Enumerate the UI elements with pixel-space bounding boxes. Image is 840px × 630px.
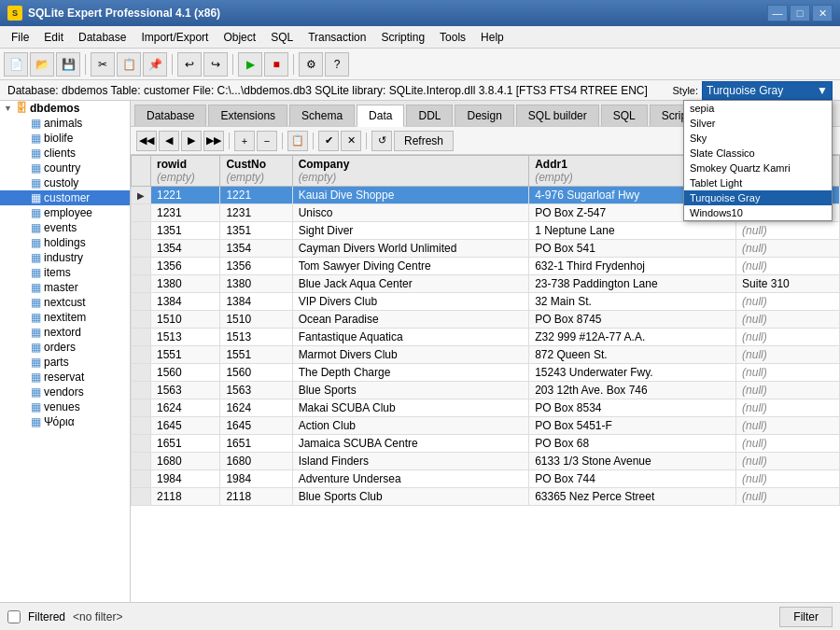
tb-stop-btn[interactable]: ■ xyxy=(264,52,288,77)
cell-rowid[interactable]: 1510 xyxy=(151,311,220,329)
tb-new-btn[interactable]: 📄 xyxy=(4,52,28,77)
cell-custno[interactable]: 1645 xyxy=(220,417,292,435)
cell-addr2[interactable]: (null) xyxy=(736,329,840,346)
cell-addr2[interactable]: (null) xyxy=(736,453,840,470)
cell-addr1[interactable]: 63365 Nez Perce Street xyxy=(529,488,736,506)
cell-company[interactable]: Blue Sports Club xyxy=(292,488,529,506)
cell-rowid[interactable]: 1231 xyxy=(151,204,220,222)
tab-sql-builder[interactable]: SQL builder xyxy=(516,105,599,126)
table-row[interactable]: 13541354Cayman Divers World UnlimitedPO … xyxy=(132,240,840,258)
cell-rowid[interactable]: 1984 xyxy=(151,470,220,488)
table-row[interactable]: 13561356Tom Sawyer Diving Centre632-1 Th… xyxy=(132,258,840,275)
style-option-slate[interactable]: Slate Classico xyxy=(684,146,832,161)
style-option-sepia[interactable]: sepia xyxy=(684,101,832,116)
menu-tools[interactable]: Tools xyxy=(432,29,473,46)
tb-open-btn[interactable]: 📂 xyxy=(30,52,54,77)
cell-custno[interactable]: 2118 xyxy=(220,488,292,506)
tb-cut-btn[interactable]: ✂ xyxy=(91,52,115,77)
cell-rowid[interactable]: 1351 xyxy=(151,222,220,240)
minimize-button[interactable]: — xyxy=(767,5,788,21)
cell-company[interactable]: Tom Sawyer Diving Centre xyxy=(292,258,529,275)
sidebar-item-reservat[interactable]: ▦ reservat xyxy=(0,370,130,385)
tab-database[interactable]: Database xyxy=(134,105,206,126)
add-row-button[interactable]: + xyxy=(234,131,255,151)
cell-custno[interactable]: 1351 xyxy=(220,222,292,240)
cell-addr2[interactable]: (null) xyxy=(736,293,840,311)
copy-button[interactable]: 📋 xyxy=(287,131,308,151)
cell-addr1[interactable]: PO Box 8534 xyxy=(529,399,736,417)
tb-settings-btn[interactable]: ⚙ xyxy=(299,52,323,77)
nav-first-button[interactable]: ◀◀ xyxy=(136,131,157,151)
table-row[interactable]: 16511651Jamaica SCUBA CentrePO Box 68(nu… xyxy=(132,435,840,453)
tab-data[interactable]: Data xyxy=(357,105,404,127)
cell-rowid[interactable]: 1563 xyxy=(151,382,220,399)
sidebar-item-industry[interactable]: ▦ industry xyxy=(0,250,130,265)
table-row[interactable]: 13841384VIP Divers Club32 Main St.(null) xyxy=(132,293,840,311)
nav-last-button[interactable]: ▶▶ xyxy=(203,131,224,151)
cell-rowid[interactable]: 1384 xyxy=(151,293,220,311)
tab-design[interactable]: Design xyxy=(455,105,513,126)
cell-addr2[interactable]: (null) xyxy=(736,399,840,417)
cell-custno[interactable]: 1624 xyxy=(220,399,292,417)
cell-custno[interactable]: 1221 xyxy=(220,187,292,204)
maximize-button[interactable]: □ xyxy=(790,5,810,21)
cell-addr2[interactable]: (null) xyxy=(736,470,840,488)
cancel-button[interactable]: ✕ xyxy=(341,131,361,151)
menu-transaction[interactable]: Transaction xyxy=(301,29,373,46)
cell-rowid[interactable]: 1651 xyxy=(151,435,220,453)
cell-company[interactable]: Fantastique Aquatica xyxy=(292,329,529,346)
cell-addr1[interactable]: Z32 999 #12A-77 A.A. xyxy=(529,329,736,346)
cell-addr2[interactable]: Suite 310 xyxy=(736,275,840,293)
cell-custno[interactable]: 1984 xyxy=(220,470,292,488)
table-row[interactable]: 13801380Blue Jack Aqua Center23-738 Padd… xyxy=(132,275,840,293)
table-row[interactable]: 15511551Marmot Divers Club872 Queen St.(… xyxy=(132,346,840,364)
table-row[interactable]: 16241624Makai SCUBA ClubPO Box 8534(null… xyxy=(132,399,840,417)
table-row[interactable]: 16451645Action ClubPO Box 5451-F(null) xyxy=(132,417,840,435)
sidebar-item-employee[interactable]: ▦ employee xyxy=(0,205,130,220)
cell-addr1[interactable]: 23-738 Paddington Lane xyxy=(529,275,736,293)
style-option-smokey[interactable]: Smokey Quartz Kamri xyxy=(684,161,832,175)
sidebar-item-nextord[interactable]: ▦ nextord xyxy=(0,325,130,340)
cell-addr1[interactable]: 6133 1/3 Stone Avenue xyxy=(529,453,736,470)
table-row[interactable]: 16801680Island Finders6133 1/3 Stone Ave… xyxy=(132,453,840,470)
cell-custno[interactable]: 1513 xyxy=(220,329,292,346)
table-row[interactable]: 15601560The Depth Charge15243 Underwater… xyxy=(132,364,840,382)
table-row[interactable]: 21182118Blue Sports Club63365 Nez Perce … xyxy=(132,488,840,506)
cell-addr1[interactable]: 632-1 Third Frydenhoj xyxy=(529,258,736,275)
menu-help[interactable]: Help xyxy=(473,29,511,46)
sidebar-item-biolife[interactable]: ▦ biolife xyxy=(0,131,130,146)
refresh-button[interactable]: Refresh xyxy=(394,131,454,151)
cell-company[interactable]: Adventure Undersea xyxy=(292,470,529,488)
cell-addr1[interactable]: PO Box 68 xyxy=(529,435,736,453)
cell-addr2[interactable]: (null) xyxy=(736,488,840,506)
nav-prev-button[interactable]: ◀ xyxy=(159,131,179,151)
sidebar-item-custoly[interactable]: ▦ custoly xyxy=(0,175,130,190)
cell-custno[interactable]: 1680 xyxy=(220,453,292,470)
sidebar-item-clients[interactable]: ▦ clients xyxy=(0,146,130,161)
cell-company[interactable]: Marmot Divers Club xyxy=(292,346,529,364)
cell-company[interactable]: VIP Divers Club xyxy=(292,293,529,311)
cell-company[interactable]: Kauai Dive Shoppe xyxy=(292,187,529,204)
cell-custno[interactable]: 1563 xyxy=(220,382,292,399)
style-option-silver[interactable]: Silver xyxy=(684,116,832,131)
menu-database[interactable]: Database xyxy=(71,29,133,46)
filter-button[interactable]: Filter xyxy=(779,607,833,627)
sidebar-item-customer[interactable]: ▦ customer xyxy=(0,190,130,205)
cell-custno[interactable]: 1356 xyxy=(220,258,292,275)
cell-addr2[interactable]: (null) xyxy=(736,435,840,453)
tb-save-btn[interactable]: 💾 xyxy=(56,52,80,77)
style-select-button[interactable]: Turquoise Gray ▼ xyxy=(702,81,833,100)
cell-addr1[interactable]: PO Box 744 xyxy=(529,470,736,488)
tb-undo-btn[interactable]: ↩ xyxy=(177,52,202,77)
menu-file[interactable]: File xyxy=(4,29,36,46)
menu-sql[interactable]: SQL xyxy=(263,29,301,46)
cell-custno[interactable]: 1384 xyxy=(220,293,292,311)
cell-addr1[interactable]: 203 12th Ave. Box 746 xyxy=(529,382,736,399)
sidebar-item-holdings[interactable]: ▦ holdings xyxy=(0,235,130,250)
cell-addr1[interactable]: 872 Queen St. xyxy=(529,346,736,364)
cell-rowid[interactable]: 1680 xyxy=(151,453,220,470)
table-row[interactable]: 13511351Sight Diver1 Neptune Lane(null) xyxy=(132,222,840,240)
cell-addr2[interactable]: (null) xyxy=(736,311,840,329)
cell-company[interactable]: Island Finders xyxy=(292,453,529,470)
tab-extensions[interactable]: Extensions xyxy=(208,105,287,126)
